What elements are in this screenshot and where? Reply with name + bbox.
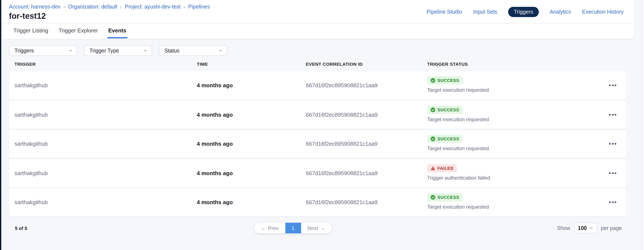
status-badge: SUCCESS (427, 135, 462, 143)
pagination-bar: 5 of 5 ← Prev 1 Next → Show 100 per page (0, 223, 644, 244)
status-label: FAILED (438, 166, 454, 170)
event-time: 4 months ago (197, 141, 233, 147)
row-options-button[interactable] (607, 111, 618, 118)
event-time: 4 months ago (197, 111, 233, 118)
breadcrumb-organization[interactable]: Organization: default (68, 4, 117, 10)
page-size-controls: Show 100 per page (557, 223, 622, 233)
nav-pipeline-studio[interactable]: Pipeline Studio (426, 9, 462, 15)
status-detail: Target execution requested (427, 204, 489, 210)
tab-trigger-explorer[interactable]: Trigger Explorer (58, 24, 99, 38)
column-header-event-correlation-id: EVENT CORRELATION ID (306, 61, 363, 67)
event-time: 4 months ago (197, 82, 233, 88)
trigger-name: sarthakgithub (14, 141, 48, 147)
check-circle-icon (430, 107, 435, 112)
nav-triggers[interactable]: Triggers (508, 7, 539, 17)
page-size-value: 100 (578, 225, 587, 231)
trigger-status-cell: SUCCESS Target execution requested (427, 106, 489, 122)
table-row: sarthakgithub 4 months ago 667d16f2ec895… (9, 188, 626, 216)
prev-page-button[interactable]: ← Prev (254, 223, 285, 233)
event-correlation-id: 667d16f2ec895908821c1aa9 (306, 141, 378, 147)
chevron-down-icon (589, 226, 593, 230)
column-header-time: TIME (197, 61, 208, 67)
status-detail: Target execution requested (427, 116, 489, 122)
per-page-label: per page (601, 225, 622, 231)
breadcrumb-separator-icon: › (180, 4, 188, 10)
check-circle-icon (430, 195, 435, 200)
event-time: 4 months ago (197, 199, 233, 205)
trigger-type-filter-label: Trigger Type (90, 48, 119, 54)
trigger-status-cell: FAILED Trigger authentication failed (427, 164, 490, 181)
arrow-left-icon: ← (261, 225, 266, 231)
next-page-button[interactable]: Next → (301, 223, 332, 233)
event-correlation-id: 667d16f2ec895908821c1aa9 (306, 170, 378, 176)
status-detail: Target execution requested (427, 146, 489, 152)
status-filter-dropdown[interactable]: Status (159, 45, 227, 56)
prev-label: Prev (268, 225, 278, 231)
triggers-filter-dropdown[interactable]: Triggers (9, 45, 77, 56)
status-badge: SUCCESS (427, 193, 462, 201)
status-label: SUCCESS (438, 195, 459, 200)
status-filter-label: Status (164, 48, 180, 54)
pipeline-nav: Pipeline Studio Input Sets Triggers Anal… (426, 7, 624, 17)
event-time: 4 months ago (197, 170, 233, 176)
header-top: Account: harness-dev › Organization: def… (1, 0, 634, 24)
next-label: Next (308, 225, 318, 231)
arrow-right-icon: → (320, 225, 325, 231)
status-label: SUCCESS (438, 107, 459, 112)
tab-events[interactable]: Events (107, 24, 127, 38)
chevron-down-icon (218, 49, 222, 52)
status-detail: Trigger authentication failed (427, 175, 490, 181)
breadcrumb-separator-icon: › (60, 4, 68, 10)
page-size-dropdown[interactable]: 100 (574, 223, 597, 233)
trigger-name: sarthakgithub (14, 82, 48, 88)
column-header-trigger-status: TRIGGER STATUS (427, 61, 468, 67)
breadcrumb-project[interactable]: Project: ayushi-dev-test (125, 4, 180, 10)
row-options-button[interactable] (607, 140, 618, 147)
status-badge: SUCCESS (427, 76, 462, 84)
pager: ← Prev 1 Next → (254, 223, 332, 233)
breadcrumb-pipelines[interactable]: Pipelines (188, 4, 210, 10)
event-correlation-id: 667d16f2ec895908821c1aa9 (306, 82, 378, 88)
event-correlation-id: 667d16f2ec895908821c1aa9 (306, 199, 378, 205)
row-options-button[interactable] (607, 170, 618, 176)
chevron-down-icon (144, 49, 147, 52)
table-row: sarthakgithub 4 months ago 667d16f2ec895… (9, 130, 626, 158)
nav-input-sets[interactable]: Input Sets (473, 9, 497, 15)
show-label: Show (557, 225, 570, 231)
vertical-scrollbar[interactable] (642, 0, 644, 250)
tab-trigger-listing[interactable]: Trigger Listing (12, 24, 49, 38)
table-header-row: TRIGGER TIME EVENT CORRELATION ID TRIGGE… (0, 61, 644, 67)
row-options-button[interactable] (607, 82, 618, 89)
column-header-trigger: TRIGGER (14, 61, 36, 67)
trigger-name: sarthakgithub (14, 199, 48, 205)
trigger-tabbar: Trigger Listing Trigger Explorer Events (1, 24, 634, 38)
trigger-status-cell: SUCCESS Target execution requested (427, 76, 489, 93)
nav-analytics[interactable]: Analytics (550, 9, 571, 15)
nav-execution-history[interactable]: Execution History (582, 9, 624, 15)
triggers-filter-label: Triggers (14, 48, 34, 54)
trigger-name: sarthakgithub (14, 111, 48, 118)
collapsed-sidebar-strip (0, 0, 1, 250)
trigger-status-cell: SUCCESS Target execution requested (427, 193, 489, 210)
pagination-summary: 5 of 5 (15, 226, 27, 231)
breadcrumb-account[interactable]: Account: harness-dev (9, 4, 60, 10)
status-label: SUCCESS (438, 137, 459, 141)
breadcrumb-separator-icon: › (117, 4, 125, 10)
filter-bar: Triggers Trigger Type Status (9, 45, 644, 56)
status-badge: FAILED (427, 164, 457, 172)
trigger-type-filter-dropdown[interactable]: Trigger Type (84, 45, 152, 56)
check-circle-icon (430, 137, 435, 141)
table-row: sarthakgithub 4 months ago 667d16f2ec895… (9, 100, 626, 129)
events-table: sarthakgithub 4 months ago 667d16f2ec895… (0, 71, 644, 216)
check-circle-icon (430, 78, 435, 83)
warning-triangle-icon (430, 166, 435, 170)
table-row: sarthakgithub 4 months ago 667d16f2ec895… (9, 71, 626, 99)
app-window: Account: harness-dev › Organization: def… (0, 0, 644, 250)
status-badge: SUCCESS (427, 106, 462, 114)
chevron-down-icon (68, 49, 72, 52)
current-page-button[interactable]: 1 (285, 223, 301, 233)
row-options-button[interactable] (607, 199, 618, 206)
trigger-name: sarthakgithub (14, 170, 48, 176)
page-header: Account: harness-dev › Organization: def… (1, 0, 634, 39)
event-correlation-id: 667d16f2ec895908821c1aa9 (306, 111, 378, 118)
